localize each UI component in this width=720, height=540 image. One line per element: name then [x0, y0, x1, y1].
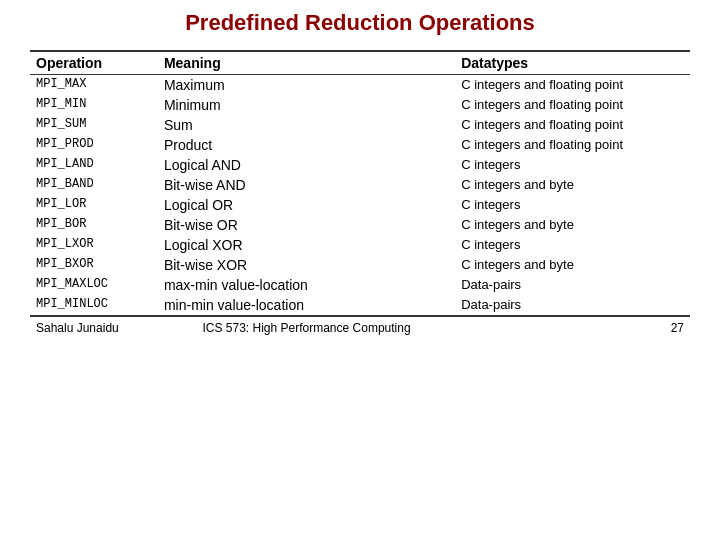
- table-cell-8-0: MPI_LXOR: [30, 235, 158, 255]
- table-row: MPI_SUMSumC integers and floating point: [30, 115, 690, 135]
- table-cell-8-1: Logical XOR: [158, 235, 455, 255]
- footer-left: Sahalu Junaidu: [30, 316, 158, 339]
- table-row: MPI_MAXLOCmax-min value-locationData-pai…: [30, 275, 690, 295]
- table-cell-2-0: MPI_SUM: [30, 115, 158, 135]
- table-row: MPI_BXORBit-wise XORC integers and byte: [30, 255, 690, 275]
- table-cell-1-2: C integers and floating point: [455, 95, 690, 115]
- table-cell-2-1: Sum: [158, 115, 455, 135]
- table-cell-10-1: max-min value-location: [158, 275, 455, 295]
- table-row: MPI_BORBit-wise ORC integers and byte: [30, 215, 690, 235]
- table-row: MPI_PRODProductC integers and floating p…: [30, 135, 690, 155]
- table-cell-10-2: Data-pairs: [455, 275, 690, 295]
- table-row: MPI_LANDLogical ANDC integers: [30, 155, 690, 175]
- table-header-row: Operation Meaning Datatypes: [30, 51, 690, 75]
- table-row: MPI_BANDBit-wise ANDC integers and byte: [30, 175, 690, 195]
- page: Predefined Reduction Operations Operatio…: [0, 0, 720, 540]
- table-cell-2-2: C integers and floating point: [455, 115, 690, 135]
- table-cell-8-2: C integers: [455, 235, 690, 255]
- operations-table: Operation Meaning Datatypes MPI_MAXMaxim…: [30, 50, 690, 339]
- table-cell-0-1: Maximum: [158, 75, 455, 96]
- table-cell-7-1: Bit-wise OR: [158, 215, 455, 235]
- table-row: MPI_LORLogical ORC integers: [30, 195, 690, 215]
- col-header-meaning: Meaning: [158, 51, 455, 75]
- page-title: Predefined Reduction Operations: [30, 10, 690, 40]
- table-cell-4-0: MPI_LAND: [30, 155, 158, 175]
- table-cell-9-2: C integers and byte: [455, 255, 690, 275]
- table-cell-7-0: MPI_BOR: [30, 215, 158, 235]
- table-cell-3-2: C integers and floating point: [455, 135, 690, 155]
- table-row: MPI_MINMinimumC integers and floating po…: [30, 95, 690, 115]
- table-cell-7-2: C integers and byte: [455, 215, 690, 235]
- table-cell-11-0: MPI_MINLOC: [30, 295, 158, 316]
- table-cell-6-2: C integers: [455, 195, 690, 215]
- table-cell-3-1: Product: [158, 135, 455, 155]
- table-cell-0-0: MPI_MAX: [30, 75, 158, 96]
- table-cell-1-1: Minimum: [158, 95, 455, 115]
- table-row: MPI_MINLOCmin-min value-locationData-pai…: [30, 295, 690, 316]
- table-cell-0-2: C integers and floating point: [455, 75, 690, 96]
- table-cell-11-2: Data-pairs: [455, 295, 690, 316]
- table-cell-5-0: MPI_BAND: [30, 175, 158, 195]
- footer-row: Sahalu Junaidu ICS 573: High Performance…: [30, 316, 690, 339]
- table-cell-1-0: MPI_MIN: [30, 95, 158, 115]
- table-cell-5-2: C integers and byte: [455, 175, 690, 195]
- table-cell-6-0: MPI_LOR: [30, 195, 158, 215]
- table-cell-3-0: MPI_PROD: [30, 135, 158, 155]
- table-cell-5-1: Bit-wise AND: [158, 175, 455, 195]
- footer-right: 27: [455, 316, 690, 339]
- table-cell-6-1: Logical OR: [158, 195, 455, 215]
- col-header-operation: Operation: [30, 51, 158, 75]
- table-cell-4-1: Logical AND: [158, 155, 455, 175]
- table-cell-9-0: MPI_BXOR: [30, 255, 158, 275]
- footer-center: ICS 573: High Performance Computing: [158, 316, 455, 339]
- table-cell-10-0: MPI_MAXLOC: [30, 275, 158, 295]
- table-cell-4-2: C integers: [455, 155, 690, 175]
- table-cell-11-1: min-min value-location: [158, 295, 455, 316]
- table-row: MPI_MAXMaximumC integers and floating po…: [30, 75, 690, 96]
- col-header-datatypes: Datatypes: [455, 51, 690, 75]
- table-cell-9-1: Bit-wise XOR: [158, 255, 455, 275]
- table-row: MPI_LXORLogical XORC integers: [30, 235, 690, 255]
